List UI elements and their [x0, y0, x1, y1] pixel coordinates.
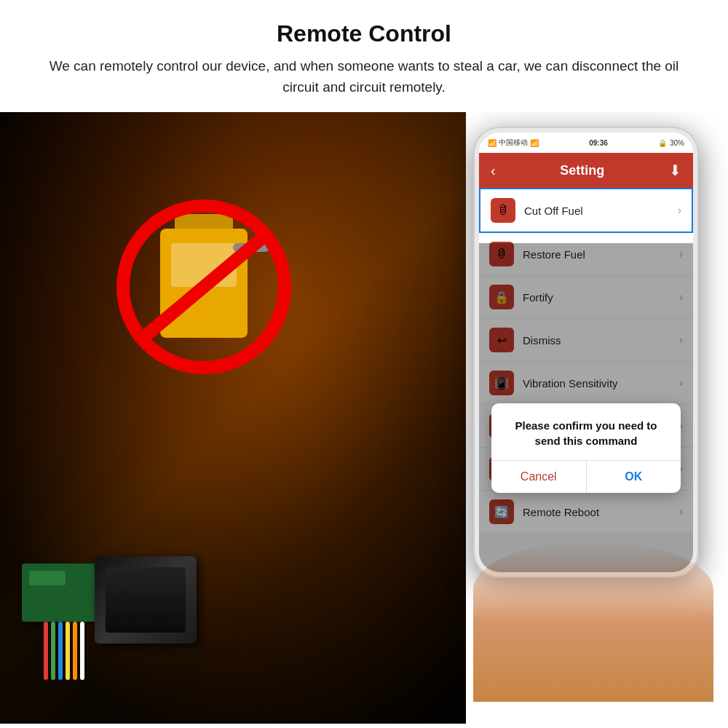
no-fuel-sign	[116, 199, 291, 374]
page-subtitle: We can remotely control our device, and …	[44, 56, 684, 98]
page-title: Remote Control	[44, 20, 684, 47]
dialog-overlay: Please confirm you need to send this com…	[479, 243, 693, 572]
signal-icon: 📶	[488, 139, 496, 147]
dialog-message: Please confirm you need to send this com…	[491, 403, 681, 460]
battery-icon: 🔒	[658, 139, 667, 147]
wire	[44, 622, 48, 680]
dialog-buttons: CancelOK	[491, 460, 681, 493]
menu-label-cut-off-fuel: Cut Off Fuel	[524, 205, 678, 217]
header-section: Remote Control We can remotely control o…	[0, 0, 728, 112]
cancel-button[interactable]: Cancel	[491, 461, 587, 493]
wire	[58, 622, 63, 680]
wire	[80, 622, 84, 680]
menu-item-cut-off-fuel[interactable]: 🛢 Cut Off Fuel ›	[479, 188, 693, 233]
menu-arrow-cut-off-fuel: ›	[678, 204, 681, 217]
wire	[51, 622, 55, 680]
wifi-icon: 📶	[530, 139, 539, 147]
time-display: 09:36	[589, 139, 608, 147]
carrier-text: 中国移动	[499, 138, 528, 148]
background-photo	[0, 112, 466, 724]
phone-frame: 📶 中国移动 📶 09:36 🔒 30% ‹ Setting	[473, 127, 699, 578]
app-header: ‹ Setting ⬇	[479, 153, 693, 188]
content-area: 📶 中国移动 📶 09:36 🔒 30% ‹ Setting	[0, 112, 728, 724]
status-right: 🔒 30%	[658, 139, 684, 147]
hardware-device	[22, 491, 277, 680]
wire	[66, 622, 70, 680]
back-button[interactable]: ‹	[491, 162, 496, 179]
confirm-dialog: Please confirm you need to send this com…	[491, 403, 681, 493]
ok-button[interactable]: OK	[587, 461, 681, 493]
wire-bundle	[44, 622, 84, 680]
download-button[interactable]: ⬇	[669, 162, 681, 179]
status-left: 📶 中国移动 📶	[488, 138, 539, 148]
menu-icon-cut-off-fuel: 🛢	[491, 198, 515, 223]
status-bar: 📶 中国移动 📶 09:36 🔒 30%	[479, 132, 693, 153]
phone-container: 📶 中国移动 📶 09:36 🔒 30% ‹ Setting	[473, 127, 713, 702]
app-title: Setting	[496, 163, 669, 178]
phone-screen: 📶 中国移动 📶 09:36 🔒 30% ‹ Setting	[479, 132, 693, 572]
device-box	[95, 556, 197, 644]
battery-text: 30%	[670, 139, 684, 147]
menu-list: 🛢 Cut Off Fuel › 🛢 Restore Fuel › 🔒 Fort…	[479, 188, 693, 572]
wire	[73, 622, 77, 680]
